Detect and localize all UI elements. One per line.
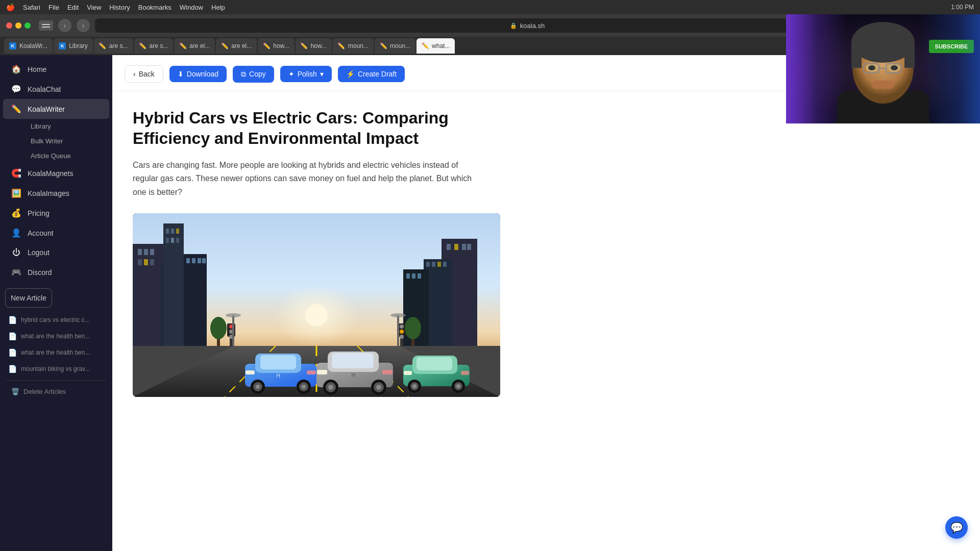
- svg-rect-15: [166, 238, 169, 243]
- sidebar-item-delete[interactable]: 🗑️ Delete Articles: [3, 384, 109, 399]
- svg-point-83: [412, 384, 416, 388]
- tab-9[interactable]: ✏️ moun...: [333, 38, 374, 54]
- recent-article-2[interactable]: 📄 what are the health ben...: [4, 328, 108, 344]
- recent-article-3[interactable]: 📄 what are the health ben...: [4, 344, 108, 361]
- article-hero-image: H H: [133, 213, 500, 397]
- menu-file[interactable]: File: [48, 4, 59, 11]
- tab-favicon: K: [59, 42, 66, 49]
- sidebar-item-library[interactable]: Library: [24, 119, 112, 134]
- home-icon: 🏠: [11, 64, 21, 74]
- copy-button[interactable]: ⧉ Copy: [233, 66, 274, 83]
- tab-10[interactable]: ✏️ moun...: [375, 38, 415, 54]
- tab-6[interactable]: ✏️ are el...: [216, 38, 257, 54]
- svg-rect-19: [186, 258, 190, 263]
- tab-label: are s...: [109, 42, 128, 49]
- tab-library[interactable]: K Library: [54, 38, 93, 54]
- chat-icon: 💬: [11, 84, 21, 94]
- tab-4[interactable]: ✏️ are s...: [134, 38, 174, 54]
- sidebar-item-label: Discord: [28, 268, 52, 277]
- tab-11[interactable]: ✏️ what...: [416, 38, 455, 54]
- webcam-right-light: [960, 14, 980, 123]
- svg-rect-30: [432, 262, 435, 267]
- download-icon: ⬇: [178, 70, 184, 78]
- pricing-icon: 💰: [11, 208, 21, 218]
- svg-rect-56: [260, 355, 296, 369]
- tab-7[interactable]: ✏️ how...: [258, 38, 294, 54]
- svg-rect-14: [176, 229, 179, 234]
- svg-rect-18: [184, 254, 207, 346]
- sidebar-item-koalaimages[interactable]: 🖼️ KoalaImages: [3, 183, 109, 203]
- content-area: ‹ Back ⬇ Download ⧉ Copy ✦ Polish ▾ ⚡ Cr…: [112, 55, 980, 551]
- tab-label: how...: [311, 42, 327, 49]
- webcam-overlay: SUBSCRIBE: [786, 14, 980, 123]
- new-article-button[interactable]: New Article: [5, 288, 52, 308]
- forward-nav-button[interactable]: ›: [77, 19, 90, 32]
- svg-rect-91: [397, 315, 399, 346]
- svg-rect-29: [426, 262, 430, 267]
- sidebar-item-logout[interactable]: ⏻ Logout: [3, 243, 109, 262]
- menu-safari[interactable]: Safari: [23, 4, 40, 11]
- menu-bookmarks[interactable]: Bookmarks: [138, 4, 172, 11]
- account-icon: 👤: [11, 228, 21, 238]
- sidebar-item-pricing[interactable]: 💰 Pricing: [3, 203, 109, 223]
- tab-5[interactable]: ✏️ are el...: [174, 38, 215, 54]
- menu-history[interactable]: History: [109, 4, 130, 11]
- menu-edit[interactable]: Edit: [67, 4, 79, 11]
- menu-help[interactable]: Help: [211, 4, 225, 11]
- polish-button[interactable]: ✦ Polish ▾: [280, 66, 332, 82]
- copy-icon: ⧉: [241, 70, 246, 79]
- create-draft-button[interactable]: ⚡ Create Draft: [338, 66, 405, 82]
- sidebar-item-koalachat[interactable]: 💬 KoalaChat: [3, 79, 109, 99]
- tab-8[interactable]: ✏️ how...: [296, 38, 332, 54]
- sidebar-item-home[interactable]: 🏠 Home: [3, 59, 109, 79]
- tab-label: moun...: [390, 42, 410, 49]
- minimize-button[interactable]: [15, 22, 21, 29]
- svg-rect-22: [202, 258, 206, 263]
- sidebar-toggle[interactable]: [39, 20, 53, 31]
- recent-article-title: what are the health ben...: [21, 333, 90, 340]
- svg-rect-31: [437, 262, 441, 267]
- menu-window[interactable]: Window: [180, 4, 203, 11]
- svg-rect-68: [332, 353, 374, 368]
- sidebar-item-article-queue[interactable]: Article Queue: [24, 148, 112, 163]
- svg-rect-13: [171, 229, 174, 234]
- sidebar-item-koalamagnets[interactable]: 🧲 KoalaMagnets: [3, 163, 109, 183]
- chevron-left-icon: ‹: [133, 70, 136, 78]
- sidebar-item-label: KoalaChat: [28, 85, 61, 93]
- logout-icon: ⏻: [11, 248, 21, 257]
- tab-label: how...: [273, 42, 289, 49]
- recent-article-4[interactable]: 📄 mountain biking vs grav...: [4, 361, 108, 377]
- tab-koalawriter[interactable]: K KoalaWr...: [4, 38, 53, 54]
- tab-3[interactable]: ✏️ are s...: [94, 38, 133, 54]
- menu-view[interactable]: View: [87, 4, 101, 11]
- close-button[interactable]: [6, 22, 12, 29]
- sparkle-icon: ✦: [288, 70, 295, 78]
- back-button[interactable]: ‹ Back: [125, 65, 163, 83]
- back-nav-button[interactable]: ‹: [58, 19, 71, 32]
- sidebar-subnav: Library Bulk Writer Article Queue: [0, 119, 112, 163]
- svg-rect-89: [232, 315, 234, 346]
- svg-point-71: [328, 385, 333, 390]
- recent-article-1[interactable]: 📄 hybrid cars vs electric c...: [4, 312, 108, 328]
- svg-rect-63: [246, 370, 255, 374]
- svg-rect-35: [412, 273, 415, 279]
- sidebar-item-account[interactable]: 👤 Account: [3, 223, 109, 243]
- sidebar-item-discord[interactable]: 🎮 Discord: [3, 262, 109, 282]
- download-button[interactable]: ⬇ Download: [169, 66, 227, 82]
- sidebar-item-bulk-writer[interactable]: Bulk Writer: [24, 134, 112, 148]
- svg-rect-20: [192, 258, 195, 263]
- bolt-icon: ⚡: [346, 70, 355, 78]
- svg-rect-87: [404, 371, 412, 375]
- sidebar-item-koalawriter[interactable]: ✏️ KoalaWriter: [3, 99, 109, 119]
- tab-favicon: ✏️: [139, 42, 146, 49]
- svg-text:H: H: [351, 372, 355, 378]
- svg-rect-27: [467, 244, 471, 250]
- doc-icon: 📄: [8, 348, 17, 357]
- apple-icon[interactable]: 🍎: [6, 3, 15, 11]
- maximize-button[interactable]: [24, 22, 31, 29]
- sidebar: 🏠 Home 💬 KoalaChat ✏️ KoalaWriter Librar…: [0, 55, 112, 551]
- tab-label: what...: [432, 42, 450, 49]
- svg-rect-114: [872, 81, 894, 89]
- chat-bubble-button[interactable]: 💬: [945, 516, 968, 539]
- svg-rect-4: [138, 249, 142, 255]
